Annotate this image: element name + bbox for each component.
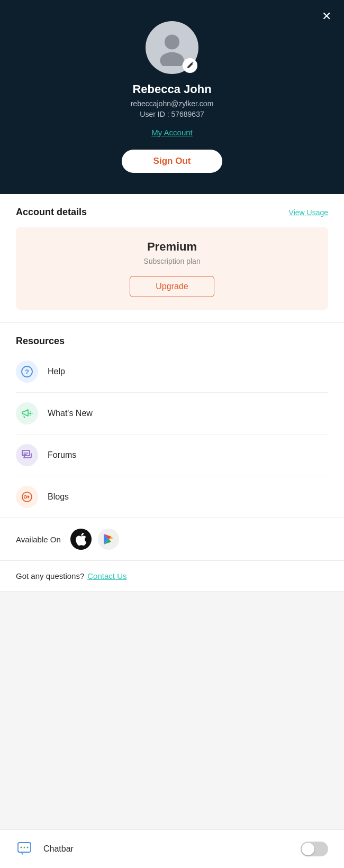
edit-avatar-button[interactable] (183, 58, 197, 73)
available-on-section: Available On (0, 518, 344, 561)
svg-point-9 (21, 847, 22, 848)
chatbar-icon-wrap (16, 839, 35, 858)
account-details-section: Account details View Usage Premium Subsc… (0, 194, 344, 323)
blogs-label: Blogs (48, 492, 69, 502)
resources-title: Resources (16, 336, 328, 347)
blogs-icon-bg (16, 486, 38, 508)
chatbar-section: Chatbar (0, 829, 344, 868)
megaphone-icon (21, 408, 33, 419)
profile-userid: User ID : 57689637 (140, 110, 204, 118)
svg-point-11 (27, 847, 29, 848)
svg-point-1 (160, 52, 184, 66)
plan-subtitle: Subscription plan (143, 257, 200, 265)
profile-email: rebeccajohn@zylker.com (131, 99, 214, 108)
plan-name: Premium (147, 240, 197, 254)
resource-item-blogs[interactable]: Blogs (16, 476, 328, 518)
whatsnew-label: What's New (48, 409, 93, 418)
profile-name: Rebecca John (132, 82, 211, 96)
apple-icon (76, 533, 86, 546)
blogs-icon (21, 491, 33, 503)
forums-icon (21, 449, 33, 461)
chatbar-toggle[interactable] (301, 842, 328, 856)
svg-point-7 (24, 496, 27, 498)
contact-us-link[interactable]: Contact Us (87, 571, 126, 580)
forums-label: Forums (48, 450, 76, 460)
svg-point-4 (30, 413, 31, 414)
play-icon (103, 533, 114, 545)
help-icon-bg: ? (16, 361, 38, 383)
account-details-title: Account details (16, 207, 87, 218)
view-usage-link[interactable]: View Usage (289, 208, 328, 217)
contact-text: Got any questions? (16, 571, 84, 580)
pencil-icon (186, 62, 194, 69)
chatbar-label: Chatbar (43, 844, 301, 854)
contact-section: Got any questions? Contact Us (0, 561, 344, 592)
avatar-wrapper (146, 21, 198, 74)
account-details-header: Account details View Usage (16, 207, 328, 218)
signout-button[interactable]: Sign Out (122, 150, 223, 173)
resource-item-whatsnew[interactable]: What's New (16, 393, 328, 435)
google-play-button[interactable] (98, 529, 119, 550)
svg-text:?: ? (25, 368, 29, 376)
forums-icon-bg (16, 444, 38, 466)
profile-section: ✕ Rebecca John rebeccajohn@zylker.com Us… (0, 0, 344, 194)
help-label: Help (48, 367, 65, 376)
upgrade-button[interactable]: Upgrade (130, 276, 214, 297)
close-button[interactable]: ✕ (322, 11, 331, 22)
resource-item-forums[interactable]: Forums (16, 435, 328, 476)
available-on-label: Available On (16, 535, 61, 544)
resource-item-help[interactable]: ? Help (16, 351, 328, 393)
apple-store-button[interactable] (70, 529, 92, 550)
toggle-knob (302, 843, 314, 855)
resources-section: Resources ? Help What's New (0, 323, 344, 518)
my-account-link[interactable]: My Account (151, 128, 193, 137)
spacer (0, 592, 344, 829)
help-icon: ? (21, 366, 33, 377)
chatbar-icon (17, 841, 34, 857)
svg-point-10 (24, 847, 25, 848)
svg-point-0 (165, 35, 179, 50)
premium-card: Premium Subscription plan Upgrade (16, 227, 328, 310)
whatsnew-icon-bg (16, 402, 38, 424)
